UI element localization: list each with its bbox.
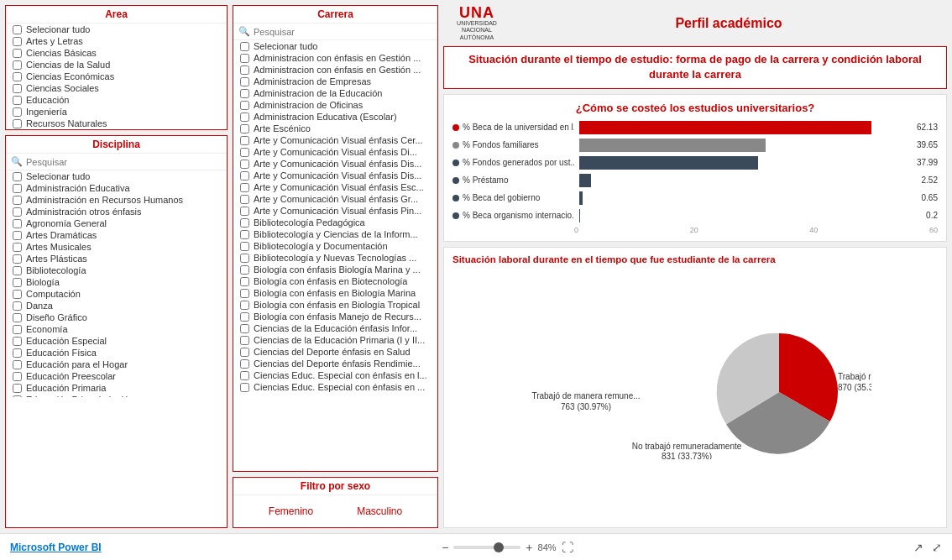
area-checkbox[interactable] [13,119,22,128]
carrera-checkbox[interactable] [240,54,249,63]
carrera-item-label: Arte y Comunicación Visual énfasis Gr... [254,194,418,204]
carrera-checkbox[interactable] [240,77,249,86]
fullscreen-icon[interactable]: ⛶ [562,541,573,554]
carrera-checkbox[interactable] [240,230,249,239]
carrera-list-item: Ciencias de la Educación énfasis Infor..… [233,322,437,334]
discipline-checkbox[interactable] [13,384,22,393]
discipline-checkbox[interactable] [13,172,22,181]
discipline-checkbox[interactable] [13,254,22,264]
discipline-checkbox[interactable] [13,313,22,322]
discipline-checkbox[interactable] [13,219,22,228]
area-checkbox[interactable] [13,49,22,58]
area-checkbox[interactable] [13,96,22,105]
pie-value-1: 870 (35.31%) [838,383,871,392]
carrera-checkbox[interactable] [240,113,249,122]
discipline-checkbox[interactable] [13,207,22,217]
discipline-checkbox[interactable] [13,290,22,299]
discipline-checkbox[interactable] [13,348,22,358]
carrera-checkbox[interactable] [240,148,249,157]
bar-label: % Fondos generados por ust... [452,158,574,167]
discipline-list-item: Artes Musicales [6,241,227,253]
area-checkbox[interactable] [13,37,22,46]
bar-chart-panel: ¿Cómo se costeó los estudios universitar… [443,94,947,242]
area-checkbox[interactable] [13,25,22,34]
carrera-list-item: Biología con énfasis en Biología Tropica… [233,299,437,311]
carrera-list-item: Ciencias del Deporte énfasis Rendimie... [233,358,437,369]
carrera-checkbox[interactable] [240,324,249,333]
carrera-checkbox[interactable] [240,254,249,263]
discipline-checkbox[interactable] [13,301,22,311]
carrera-checkbox[interactable] [240,124,249,133]
carrera-item-label: Administracion de la Educación [254,88,382,98]
carrera-checkbox[interactable] [240,42,249,51]
bar-row: % Beca organismo internacio... 0.2 [452,209,938,222]
carrera-checkbox[interactable] [240,289,249,298]
discipline-list-item: Artes Plásticas [6,253,227,264]
expand-icon[interactable]: ⤢ [932,541,942,554]
area-checkbox[interactable] [13,72,22,81]
share-icon[interactable]: ↗ [913,541,923,554]
discipline-item-label: Educación Física [26,348,97,358]
discipline-checkbox[interactable] [13,266,22,275]
carrera-checkbox[interactable] [240,265,249,275]
discipline-checkbox[interactable] [13,184,22,193]
carrera-item-label: Selecionar tudo [254,41,317,51]
plus-icon[interactable]: + [526,541,532,554]
carrera-list: Selecionar tudoAdministracion con énfasi… [233,40,437,471]
carrera-checkbox[interactable] [240,136,249,145]
zoom-slider[interactable] [453,546,520,549]
carrera-list-item: Administracion de Oficinas [233,99,437,111]
carrera-checkbox[interactable] [240,301,249,310]
bar-label-text: % Fondos generados por ust... [463,158,574,167]
area-checkbox[interactable] [13,107,22,117]
carrera-item-label: Arte y Comunicación Visual énfasis Pin..… [254,206,421,216]
discipline-checkbox[interactable] [13,372,22,381]
discipline-checkbox[interactable] [13,325,22,334]
bar-value: 39.65 [917,140,938,149]
carrera-checkbox[interactable] [240,89,249,98]
discipline-list-item: Educación Preescolar [6,370,227,382]
discipline-checkbox[interactable] [13,395,22,398]
carrera-checkbox[interactable] [240,101,249,110]
carrera-checkbox[interactable] [240,218,249,228]
discipline-checkbox[interactable] [13,337,22,346]
femenino-button[interactable]: Femenino [255,502,327,521]
carrera-checkbox[interactable] [240,242,249,251]
discipline-checkbox[interactable] [13,278,22,287]
area-item-label: Artes y Letras [26,36,83,46]
discipline-checkbox[interactable] [13,196,22,205]
carrera-checkbox[interactable] [240,183,249,192]
carrera-checkbox[interactable] [240,359,249,369]
carrera-checkbox[interactable] [240,336,249,345]
discipline-checkbox[interactable] [13,243,22,252]
carrera-checkbox[interactable] [240,160,249,169]
carrera-checkbox[interactable] [240,171,249,181]
discipline-item-label: Administración en Recursos Humanos [26,195,183,205]
carrera-checkbox[interactable] [240,383,249,392]
axis-0: 0 [574,226,578,234]
discipline-checkbox[interactable] [13,360,22,369]
carrera-checkbox[interactable] [240,348,249,357]
carrera-search-input[interactable] [254,27,432,37]
discipline-search-input[interactable] [26,157,222,167]
powerbi-link[interactable]: Microsoft Power BI [10,542,102,553]
area-list-item: Artes y Letras [6,35,227,47]
masculino-button[interactable]: Masculino [343,502,416,521]
discipline-checkbox[interactable] [13,231,22,240]
area-item-label: Recursos Naturales [26,118,107,128]
carrera-checkbox[interactable] [240,371,249,380]
carrera-checkbox[interactable] [240,195,249,204]
una-logo: UNA UNIVERSIDADNACIONALAUTÓNOMA [443,5,510,41]
area-checkbox[interactable] [13,84,22,93]
carrera-checkbox[interactable] [240,277,249,286]
carrera-checkbox[interactable] [240,207,249,216]
carrera-checkbox[interactable] [240,312,249,322]
carrera-checkbox[interactable] [240,65,249,75]
area-checkbox[interactable] [13,60,22,70]
logo-title-area: UNA UNIVERSIDADNACIONALAUTÓNOMA Perfil a… [443,5,947,41]
carrera-search-icon: 🔍 [238,26,250,37]
zoom-thumb[interactable] [494,542,504,552]
minus-icon[interactable]: − [442,541,448,554]
discipline-list-item: Computación [6,288,227,300]
carrera-panel: Carrera 🔍 Selecionar tudoAdministracion … [233,5,438,472]
